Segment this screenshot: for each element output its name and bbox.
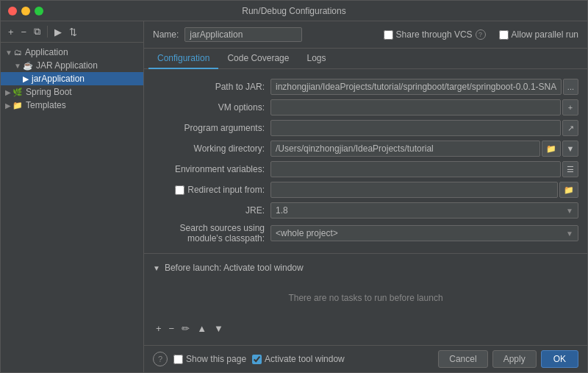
tree-item-label: Templates	[26, 100, 66, 110]
working-dir-row: Working directory: 📁 ▼	[144, 138, 587, 159]
jre-select[interactable]: 1.8 ▼	[270, 202, 578, 219]
search-sources-select[interactable]: <whole project> ▼	[270, 225, 578, 241]
expand-jar: ▼	[14, 62, 21, 70]
redirect-checkbox[interactable]	[175, 185, 184, 195]
redirect-row: Redirect input from: 📁	[144, 180, 587, 200]
redirect-input-group: 📁	[270, 182, 578, 198]
remove-config-button[interactable]: −	[18, 25, 30, 39]
working-dir-label: Working directory:	[153, 143, 270, 154]
working-dir-dropdown-button[interactable]: ▼	[562, 141, 578, 157]
right-panel: Name: Share through VCS ? Allow parallel…	[144, 21, 587, 372]
path-to-jar-label: Path to JAR:	[153, 82, 270, 92]
redirect-input[interactable]	[270, 182, 558, 198]
path-to-jar-input-group: ...	[270, 79, 578, 95]
vm-options-input-group: +	[270, 99, 578, 116]
program-args-input[interactable]	[270, 120, 561, 136]
tree-item-label: Spring Boot	[26, 87, 72, 97]
search-sources-label: Search sources using module's classpath:	[153, 223, 270, 244]
run-debug-dialog: Run/Debug Configurations + − ⧉ ▶ ⇅ ▼ 🗂 A…	[0, 0, 588, 373]
left-toolbar: + − ⧉ ▶ ⇅	[1, 21, 143, 43]
env-vars-browse-button[interactable]: ☰	[562, 161, 578, 177]
env-vars-input-group: ☰	[270, 161, 578, 177]
before-launch-add-button[interactable]: +	[153, 322, 165, 335]
title-bar: Run/Debug Configurations	[1, 1, 587, 21]
expand-templates: ▶	[5, 102, 11, 110]
tree-item-templates[interactable]: ▶ 📁 Templates	[1, 99, 143, 112]
left-panel: + − ⧉ ▶ ⇅ ▼ 🗂 Application ▼	[1, 21, 144, 372]
program-args-row: Program arguments: ↗	[144, 118, 587, 138]
window-controls	[8, 7, 43, 15]
redirect-browse-button[interactable]: 📁	[559, 182, 578, 198]
show-page-label: Show this page	[186, 354, 246, 364]
env-vars-label: Environment variables:	[153, 164, 270, 174]
before-launch-move-up-button[interactable]: ▲	[194, 322, 209, 335]
tree-item-label: Application	[25, 47, 68, 57]
sort-config-button[interactable]: ⇅	[66, 25, 80, 39]
before-launch-edit-button[interactable]: ✏	[179, 322, 193, 335]
allow-parallel-container: Allow parallel run	[499, 29, 578, 40]
working-dir-browse-button[interactable]: 📁	[542, 141, 561, 157]
before-launch-remove-button[interactable]: −	[166, 322, 178, 335]
bottom-bar: ? Show this page Activate tool window Ca…	[144, 345, 587, 372]
cancel-button[interactable]: Cancel	[438, 350, 487, 368]
before-launch-section: ▼ Before launch: Activate tool window Th…	[144, 253, 587, 337]
main-content: + − ⧉ ▶ ⇅ ▼ 🗂 Application ▼	[1, 21, 587, 372]
program-args-label: Program arguments:	[153, 123, 270, 133]
name-input[interactable]	[184, 27, 302, 42]
program-args-expand-button[interactable]: ↗	[562, 120, 578, 136]
expand-application: ▼	[5, 49, 12, 57]
program-args-input-group: ↗	[270, 120, 578, 136]
search-sources-row: Search sources using module's classpath:…	[144, 221, 587, 246]
vm-options-expand-button[interactable]: +	[562, 99, 578, 116]
move-config-button[interactable]: ▶	[51, 25, 65, 39]
tree-item-application[interactable]: ▼ 🗂 Application	[1, 46, 143, 59]
ok-button[interactable]: OK	[541, 350, 578, 368]
config-content: Path to JAR: ... VM options: +	[144, 69, 587, 345]
add-config-button[interactable]: +	[5, 25, 17, 39]
tree-item-label: JAR Application	[36, 60, 98, 71]
before-launch-header[interactable]: ▼ Before launch: Activate tool window	[144, 260, 587, 276]
allow-parallel-checkbox[interactable]	[499, 30, 509, 40]
jre-label: JRE:	[153, 205, 270, 216]
activate-tool-label: Activate tool window	[265, 354, 345, 364]
tab-logs[interactable]: Logs	[298, 49, 334, 69]
allow-parallel-label: Allow parallel run	[512, 29, 578, 40]
before-launch-expand-icon: ▼	[153, 264, 160, 272]
tree-item-jar-application[interactable]: ▼ ☕ JAR Application	[1, 59, 143, 72]
tab-configuration[interactable]: Configuration	[148, 49, 218, 69]
activate-tool-checkbox[interactable]	[252, 355, 262, 364]
close-button[interactable]	[8, 7, 17, 15]
tab-bar: Configuration Code Coverage Logs	[144, 49, 587, 69]
expand-spring: ▶	[5, 88, 11, 96]
jre-dropdown-arrow: ▼	[566, 207, 573, 215]
toolbar-separator	[47, 26, 48, 38]
maximize-button[interactable]	[35, 7, 43, 15]
apply-button[interactable]: Apply	[492, 350, 537, 368]
vm-options-input[interactable]	[270, 99, 561, 116]
activate-tool-container: Activate tool window	[252, 354, 345, 364]
path-to-jar-row: Path to JAR: ...	[144, 77, 587, 97]
tab-code-coverage[interactable]: Code Coverage	[218, 49, 298, 69]
minimize-button[interactable]	[21, 7, 30, 15]
tree-item-spring-boot[interactable]: ▶ 🌿 Spring Boot	[1, 85, 143, 99]
templates-icon: 📁	[12, 101, 23, 110]
name-label: Name:	[153, 29, 179, 40]
before-launch-move-down-button[interactable]: ▼	[211, 322, 226, 335]
working-dir-input[interactable]	[270, 141, 540, 157]
share-vcs-container: Share through VCS ?	[384, 29, 486, 40]
help-button[interactable]: ?	[153, 352, 168, 366]
redirect-checkbox-label-container: Redirect input from:	[153, 185, 270, 195]
action-buttons: Cancel Apply OK	[438, 350, 578, 368]
show-page-checkbox[interactable]	[173, 355, 183, 364]
jre-input-group: 1.8 ▼	[270, 202, 578, 219]
working-dir-input-group: 📁 ▼	[270, 141, 578, 157]
run-icon: ▶	[23, 74, 29, 84]
tree-item-jar-app-instance[interactable]: ▶ jarApplication	[1, 72, 143, 85]
path-to-jar-browse-button[interactable]: ...	[563, 79, 578, 95]
share-vcs-checkbox[interactable]	[384, 30, 393, 40]
share-vcs-label: Share through VCS	[396, 29, 473, 40]
copy-config-button[interactable]: ⧉	[31, 24, 43, 39]
env-vars-input[interactable]	[270, 161, 561, 177]
path-to-jar-input[interactable]	[270, 79, 562, 95]
show-page-container: Show this page	[173, 354, 246, 364]
